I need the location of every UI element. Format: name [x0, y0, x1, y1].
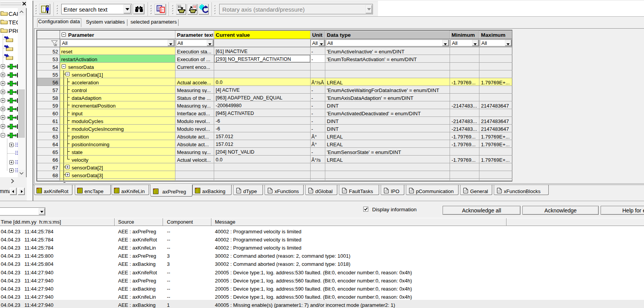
svg-text:2.: 2. [161, 10, 163, 13]
svg-text:1-: 1- [42, 7, 45, 9]
svg-text:2.: 2. [42, 9, 45, 12]
